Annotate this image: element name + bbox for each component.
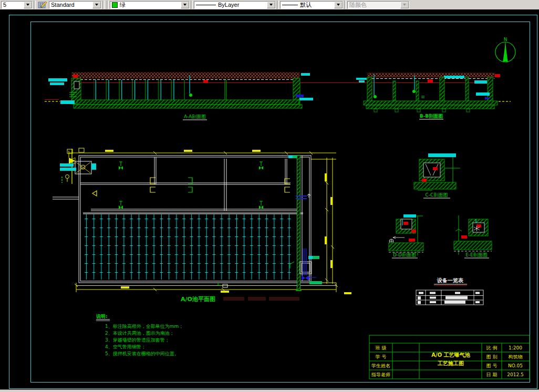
note-item: 3、穿越墙壁的管道应加套管；: [105, 337, 170, 343]
effluent-channel: [296, 156, 302, 291]
section-dd-label: D-D剖面图: [393, 252, 416, 257]
section-ee-label: E-E剖面图: [465, 252, 488, 257]
plan-view: A/O池平面图: [53, 148, 351, 303]
project-title-line1: A/O 工艺曝气池: [431, 352, 470, 358]
linetype-combo[interactable]: ByLayer: [194, 1, 276, 9]
toolbar-separator: [107, 1, 109, 9]
section-aa-label: A-A剖面图: [184, 114, 206, 119]
zoom-combo[interactable]: 5: [1, 1, 33, 9]
text-style-icon[interactable]: [38, 1, 48, 9]
titleblock-label: 学生姓名: [371, 363, 390, 368]
titleblock-label: 图 号: [486, 363, 497, 368]
zoom-combo-arrow-icon[interactable]: [24, 2, 32, 8]
text-style-combo-arrow-icon[interactable]: [92, 2, 101, 8]
color-swatch: [112, 2, 118, 8]
mixers: [119, 162, 263, 209]
wall-openings: [92, 178, 290, 196]
titleblock-label: 学 号: [376, 354, 387, 359]
text-style-combo-value: Standard: [49, 2, 92, 8]
color-combo-value: 绿: [110, 2, 181, 8]
zoom-combo-value: 5: [2, 2, 24, 8]
toolbar-separator: [344, 1, 346, 9]
project-title-line2: 工艺施工图: [437, 360, 464, 366]
note-item: 5、搅拌机安装在栅格的中间位置。: [105, 351, 179, 356]
plan-label: A/O池平面图: [181, 296, 215, 303]
detail-ee: E-E剖面图: [454, 215, 492, 258]
color-combo[interactable]: 绿: [110, 1, 190, 9]
linetype-combo-value: ByLayer: [194, 2, 267, 8]
titleblock-value-scale: 1:200: [509, 345, 522, 350]
equipment-table-title: 设备一览表: [437, 277, 464, 283]
titleblock-value-number: NO.05: [508, 363, 523, 368]
note-item: 2、本设计共两池，图示为南池；: [105, 331, 174, 336]
linetype-glyph: [196, 5, 216, 5]
color-combo-label: 绿: [120, 2, 126, 8]
section-aa: A-A剖面图: [48, 73, 313, 120]
titleblock-label: 班 级: [376, 345, 387, 350]
title-block: 班 级 学 号 学生姓名 指导老师 比 例 图 别 图 号 日 期 1:200 …: [369, 335, 530, 379]
titleblock-label: 图 别: [486, 354, 497, 359]
titleblock-label: 比 例: [486, 345, 497, 350]
plan-subnote-text: [223, 297, 299, 301]
lineweight-combo[interactable]: 默认: [280, 1, 343, 9]
aeration-grid: [85, 214, 294, 280]
toolbar-separator: [34, 1, 36, 9]
lineweight-glyph: [282, 5, 298, 5]
linetype-combo-label: ByLayer: [218, 2, 239, 8]
text-style-combo[interactable]: Standard: [49, 1, 101, 9]
plotstyle-combo: 随颜色: [347, 1, 409, 9]
sheet-border: [9, 15, 537, 389]
window-bottom-edge: [0, 389, 539, 392]
model-space-canvas[interactable]: N A-A剖面图: [0, 9, 539, 389]
note-item: 4、空气管用钢管；: [105, 344, 146, 349]
lineweight-combo-value: 默认: [281, 2, 334, 8]
toolbar-separator: [191, 1, 193, 9]
toolbar-separator: [102, 1, 105, 9]
plan-note-leader: [218, 283, 221, 285]
note-item: 1、标注除高程外，全部单位为mm；: [105, 324, 183, 329]
section-bb-label: B-B剖面图: [420, 114, 443, 119]
titleblock-label: 指导老师: [371, 372, 390, 377]
detail-cc: C-C剖面图: [414, 153, 460, 198]
lineweight-combo-label: 默认: [300, 2, 312, 8]
equipment-table-cells: [418, 292, 480, 304]
notes-title: 说明:: [96, 314, 108, 319]
plotstyle-combo-arrow-icon: [400, 2, 409, 8]
lineweight-combo-arrow-icon[interactable]: [334, 2, 343, 8]
notes: 说明: 1、标注除高程外，全部单位为mm； 2、本设计共两池，图示为南池； 3、…: [96, 314, 183, 356]
north-label: N: [504, 37, 507, 42]
linetype-combo-arrow-icon[interactable]: [267, 2, 275, 8]
inlet-assembly: [53, 148, 96, 199]
detail-dd: D-D剖面图: [389, 214, 423, 258]
titleblock-label: 日 期: [486, 372, 497, 377]
toolbar: 5 Standard 绿 ByLayer 默认: [0, 0, 539, 9]
equipment-table: 设备一览表: [416, 277, 483, 305]
toolbar-separator: [277, 1, 279, 9]
cad-drawing[interactable]: N A-A剖面图: [0, 9, 539, 389]
titleblock-value-category: 构筑物: [508, 354, 523, 359]
plotstyle-combo-value: 随颜色: [348, 2, 400, 8]
section-bb: B-B剖面图: [356, 73, 500, 119]
color-combo-arrow-icon[interactable]: [181, 2, 189, 8]
titleblock-value-date: 2012.5: [507, 372, 524, 377]
north-arrow: N: [495, 37, 515, 62]
section-cc-label: C-C剖面图: [426, 192, 448, 198]
